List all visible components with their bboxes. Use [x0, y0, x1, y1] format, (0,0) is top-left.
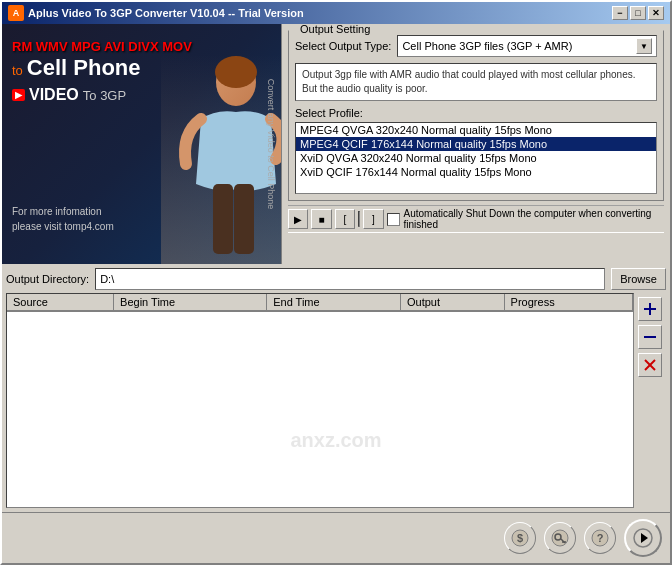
- banner-to-label: to: [12, 63, 23, 78]
- col-output: Output: [401, 294, 505, 311]
- help-button[interactable]: ?: [584, 522, 616, 554]
- profile-item-1[interactable]: MPEG4 QCIF 176x144 Normal quality 15fps …: [296, 137, 656, 151]
- side-text: Convert any Video to Cell Phone: [266, 79, 276, 209]
- file-table-container: Source Begin Time End Time Output Progre…: [6, 293, 634, 508]
- stop-transport-button[interactable]: ■: [311, 209, 331, 229]
- col-begin-time: Begin Time: [114, 294, 267, 311]
- profile-item-0[interactable]: MPEG4 QVGA 320x240 Normal quality 15fps …: [296, 123, 656, 137]
- progress-track[interactable]: [358, 211, 360, 227]
- titlebar-buttons: − □ ✕: [612, 6, 664, 20]
- col-source: Source: [7, 294, 114, 311]
- minimize-button[interactable]: −: [612, 6, 628, 20]
- output-setting-group: Output Setting Select Output Type: Cell …: [288, 30, 664, 201]
- output-description: Output 3gp file with AMR audio that coul…: [295, 63, 657, 101]
- file-list-area: Source Begin Time End Time Output Progre…: [6, 293, 666, 508]
- svg-rect-2: [213, 184, 233, 254]
- video-icon-box: ▶: [12, 89, 25, 101]
- banner-cell-phone: Cell Phone: [27, 56, 141, 80]
- profile-list[interactable]: MPEG4 QVGA 320x240 Normal quality 15fps …: [295, 122, 657, 194]
- output-setting-label: Output Setting: [297, 24, 373, 35]
- banner-info-line1: For more infomation: [12, 204, 114, 219]
- close-button[interactable]: ✕: [648, 6, 664, 20]
- lower-section: anxz.com Output Directory: Browse Source…: [2, 264, 670, 512]
- file-table: Source Begin Time End Time Output Progre…: [7, 294, 633, 312]
- remove-file-button[interactable]: [638, 325, 662, 349]
- output-dir-input[interactable]: [95, 268, 605, 290]
- auto-shutdown-row: Automatically Shut Down the computer whe…: [387, 208, 665, 230]
- banner-info: For more infomation please visit tomp4.c…: [12, 204, 114, 234]
- banner-to-3gp: To 3GP: [83, 88, 126, 103]
- banner-text-top: RM WMV MPG AVI DIVX MOV to Cell Phone ▶ …: [12, 39, 192, 104]
- dropdown-arrow-icon: ▼: [636, 38, 652, 54]
- convert-play-button[interactable]: [624, 519, 662, 557]
- col-progress: Progress: [504, 294, 632, 311]
- main-window: A Aplus Video To 3GP Converter V10.04 --…: [0, 0, 672, 565]
- select-type-label: Select Output Type:: [295, 40, 391, 52]
- output-dir-label: Output Directory:: [6, 273, 89, 285]
- banner-formats: RM WMV MPG AVI DIVX MOV: [12, 39, 192, 56]
- output-type-dropdown[interactable]: Cell Phone 3GP files (3GP + AMR) ▼: [397, 35, 657, 57]
- output-dir-row: Output Directory: Browse: [6, 268, 666, 290]
- titlebar-left: A Aplus Video To 3GP Converter V10.04 --…: [8, 5, 304, 21]
- file-action-buttons: [634, 293, 666, 508]
- col-end-time: End Time: [267, 294, 401, 311]
- auto-shutdown-checkbox[interactable]: [387, 213, 400, 226]
- bottom-toolbar: $ ?: [2, 512, 670, 563]
- titlebar: A Aplus Video To 3GP Converter V10.04 --…: [2, 2, 670, 24]
- clear-files-button[interactable]: [638, 353, 662, 377]
- transport-bar: ▶ ■ [ ] Automatically Shut Down the comp…: [288, 205, 664, 233]
- banner-video-text: VIDEO: [29, 86, 79, 104]
- add-file-button[interactable]: [638, 297, 662, 321]
- window-title: Aplus Video To 3GP Converter V10.04 -- T…: [28, 7, 304, 19]
- dollar-button[interactable]: $: [504, 522, 536, 554]
- side-text-container: Convert any Video to Cell Phone: [263, 24, 279, 264]
- left-banner: RM WMV MPG AVI DIVX MOV to Cell Phone ▶ …: [2, 24, 282, 264]
- banner-video-3gp: ▶ VIDEO To 3GP: [12, 86, 192, 104]
- key-button[interactable]: [544, 522, 576, 554]
- svg-rect-3: [234, 184, 254, 254]
- maximize-button[interactable]: □: [630, 6, 646, 20]
- profile-label: Select Profile:: [295, 107, 657, 119]
- output-type-value: Cell Phone 3GP files (3GP + AMR): [402, 40, 572, 52]
- svg-text:?: ?: [597, 532, 604, 544]
- auto-shutdown-label: Automatically Shut Down the computer whe…: [404, 208, 665, 230]
- banner-info-line2: please visit tomp4.com: [12, 219, 114, 234]
- output-type-row: Select Output Type: Cell Phone 3GP files…: [295, 35, 657, 57]
- svg-point-1: [215, 56, 257, 88]
- profile-item-3[interactable]: XviD QCIF 176x144 Normal quality 15fps M…: [296, 165, 656, 179]
- profile-item-2[interactable]: XviD QVGA 320x240 Normal quality 15fps M…: [296, 151, 656, 165]
- bracket-left-button[interactable]: [: [335, 209, 355, 229]
- file-list-panel: Source Begin Time End Time Output Progre…: [6, 293, 634, 508]
- bracket-right-button[interactable]: ]: [363, 209, 383, 229]
- browse-button[interactable]: Browse: [611, 268, 666, 290]
- right-panel: Output Setting Select Output Type: Cell …: [282, 24, 670, 264]
- app-icon: A: [8, 5, 24, 21]
- play-transport-button[interactable]: ▶: [288, 209, 308, 229]
- svg-text:$: $: [517, 532, 523, 544]
- main-content: RM WMV MPG AVI DIVX MOV to Cell Phone ▶ …: [2, 24, 670, 264]
